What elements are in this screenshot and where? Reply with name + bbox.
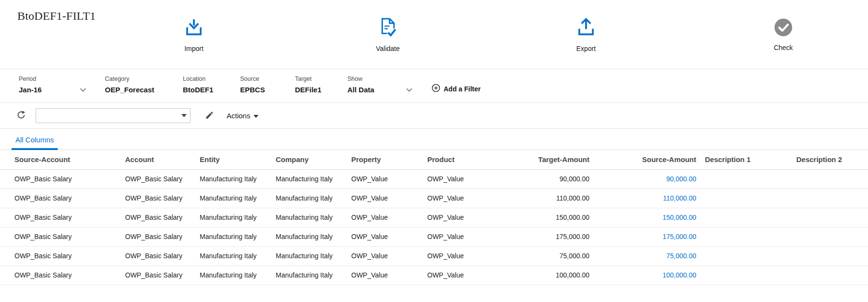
- cell: Manufacturing Italy: [195, 246, 271, 265]
- cell: [791, 169, 868, 189]
- refresh-button[interactable]: [14, 108, 28, 123]
- column-header-source-account[interactable]: Source-Account: [0, 150, 120, 169]
- validate-label: Validate: [376, 45, 400, 52]
- add-filter-button[interactable]: Add a Filter: [432, 84, 481, 94]
- source-amount-link[interactable]: 75,000.00: [593, 246, 700, 265]
- category-filter: Category OEP_Forecast: [105, 76, 183, 94]
- page-title: BtoDEF1-FILT1: [17, 10, 96, 23]
- show-label: Show: [347, 76, 412, 82]
- combobox-input[interactable]: [36, 109, 178, 123]
- column-header-description-2[interactable]: Description 2: [791, 150, 868, 169]
- plus-circle-icon: [432, 84, 440, 94]
- import-label: Import: [184, 45, 204, 52]
- check-button[interactable]: Check: [747, 17, 819, 51]
- cell: OWP_Value: [422, 189, 480, 208]
- export-label: Export: [576, 45, 596, 52]
- source-amount-link[interactable]: 100,000.00: [593, 265, 700, 285]
- cell: OWP_Value: [422, 208, 480, 227]
- cell: OWP_Basic Salary: [120, 227, 195, 246]
- import-button[interactable]: Import: [158, 17, 230, 52]
- source-value: EPBCS: [240, 86, 265, 94]
- location-label: Location: [183, 76, 240, 82]
- table-row: OWP_Basic SalaryOWP_Basic SalaryManufact…: [0, 265, 868, 285]
- cell: OWP_Value: [346, 169, 422, 189]
- cell: [791, 246, 868, 265]
- column-header-entity[interactable]: Entity: [195, 150, 271, 169]
- cell: Manufacturing Italy: [195, 265, 271, 285]
- chevron-down-icon[interactable]: [406, 88, 412, 92]
- validate-icon: [377, 17, 398, 38]
- pencil-icon: [205, 111, 214, 121]
- cell: Manufacturing Italy: [271, 169, 346, 189]
- period-value: Jan-16: [19, 86, 42, 94]
- combobox-dropdown-arrow[interactable]: [178, 109, 190, 123]
- column-header-source-amount[interactable]: Source-Amount: [593, 150, 700, 169]
- cell: Manufacturing Italy: [195, 227, 271, 246]
- show-value: All Data: [347, 86, 374, 94]
- cell: Manufacturing Italy: [195, 208, 271, 227]
- cell: [700, 265, 791, 285]
- table-row: OWP_Basic SalaryOWP_Basic SalaryManufact…: [0, 189, 868, 208]
- cell: 100,000.00: [480, 265, 593, 285]
- cell: 150,000.00: [480, 208, 593, 227]
- edit-button[interactable]: [203, 109, 216, 123]
- cell: [700, 227, 791, 246]
- cell: [791, 265, 868, 285]
- export-icon: [575, 17, 597, 38]
- actions-menu-button[interactable]: Actions: [227, 112, 258, 120]
- cell: Manufacturing Italy: [271, 208, 346, 227]
- cell: OWP_Value: [346, 208, 422, 227]
- source-amount-link[interactable]: 90,000.00: [593, 169, 700, 189]
- check-label: Check: [774, 44, 793, 51]
- target-value: DEFile1: [295, 86, 321, 94]
- cell: Manufacturing Italy: [195, 189, 271, 208]
- cell: OWP_Basic Salary: [0, 189, 120, 208]
- cell: OWP_Basic Salary: [120, 189, 195, 208]
- column-header-description-1[interactable]: Description 1: [700, 150, 791, 169]
- cell: OWP_Basic Salary: [0, 246, 120, 265]
- location-value: BtoDEF1: [183, 86, 213, 94]
- table-row: OWP_Basic SalaryOWP_Basic SalaryManufact…: [0, 246, 868, 265]
- source-amount-link[interactable]: 150,000.00: [593, 208, 700, 227]
- cell: [700, 189, 791, 208]
- target-label: Target: [295, 76, 347, 82]
- page-header: BtoDEF1-FILT1 Import Validate: [0, 0, 868, 69]
- location-filter: Location BtoDEF1: [183, 76, 240, 94]
- table-row: OWP_Basic SalaryOWP_Basic SalaryManufact…: [0, 169, 868, 189]
- cell: [791, 189, 868, 208]
- cell: OWP_Basic Salary: [0, 227, 120, 246]
- table-header-row: Source-AccountAccountEntityCompanyProper…: [0, 150, 868, 169]
- cell: [700, 208, 791, 227]
- add-filter-label: Add a Filter: [444, 85, 481, 93]
- cell: [700, 169, 791, 189]
- cell: OWP_Basic Salary: [120, 246, 195, 265]
- period-filter[interactable]: Period Jan-16: [19, 76, 86, 94]
- cell: Manufacturing Italy: [195, 169, 271, 189]
- cell: OWP_Value: [422, 246, 480, 265]
- column-header-company[interactable]: Company: [271, 150, 346, 169]
- tab-all-columns[interactable]: All Columns: [12, 136, 58, 150]
- validate-button[interactable]: Validate: [352, 17, 424, 52]
- column-header-product[interactable]: Product: [422, 150, 480, 169]
- export-button[interactable]: Export: [550, 17, 622, 52]
- actions-label: Actions: [227, 112, 250, 120]
- column-header-target-amount[interactable]: Target-Amount: [480, 150, 593, 169]
- cell: OWP_Value: [346, 265, 422, 285]
- cell: Manufacturing Italy: [271, 189, 346, 208]
- period-label: Period: [19, 76, 86, 82]
- chevron-down-icon[interactable]: [80, 88, 86, 92]
- tab-bar: All Columns: [0, 129, 868, 150]
- show-filter[interactable]: Show All Data: [347, 76, 412, 94]
- target-filter: Target DEFile1: [295, 76, 347, 94]
- cell: OWP_Basic Salary: [120, 208, 195, 227]
- rule-combobox[interactable]: [36, 108, 191, 123]
- cell: OWP_Basic Salary: [0, 169, 120, 189]
- column-header-property[interactable]: Property: [346, 150, 422, 169]
- cell: 75,000.00: [480, 246, 593, 265]
- source-amount-link[interactable]: 175,000.00: [593, 227, 700, 246]
- filter-bar: Period Jan-16 Category OEP_Forecast Loca…: [0, 69, 868, 103]
- source-filter: Source EPBCS: [240, 76, 295, 94]
- source-amount-link[interactable]: 110,000.00: [593, 189, 700, 208]
- cell: 175,000.00: [480, 227, 593, 246]
- column-header-account[interactable]: Account: [120, 150, 195, 169]
